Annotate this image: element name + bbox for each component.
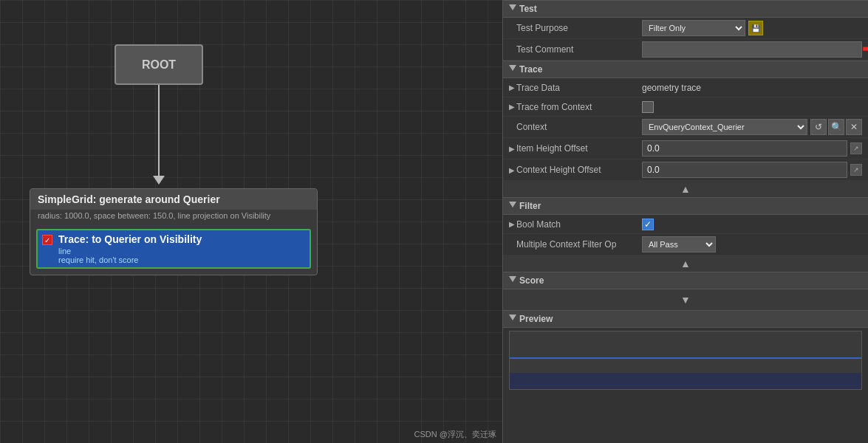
center-down-arrow: ▲	[503, 255, 868, 272]
connector-arrow	[153, 176, 165, 185]
score-section-triangle	[509, 276, 516, 286]
context-height-offset-label: Context Height Offset	[516, 165, 642, 175]
context-value: EnvQueryContext_Querier ↺ 🔍 ✕	[642, 119, 862, 135]
context-search-btn[interactable]: 🔍	[828, 119, 844, 135]
test-comment-input[interactable]	[642, 41, 862, 58]
trace-item-checkbox[interactable]	[42, 235, 52, 245]
red-arrow-annotation: ➡	[862, 39, 868, 58]
item-height-offset-row: ▶ Item Height Offset ↗	[503, 138, 868, 159]
filter-section-triangle	[509, 202, 516, 211]
trace-data-label: Trace Data	[516, 83, 642, 93]
save-icon[interactable]: 💾	[748, 21, 763, 35]
trace-from-context-expand: ▶	[509, 103, 516, 111]
test-purpose-row: Test Purpose Filter Only Score Only Filt…	[503, 18, 868, 39]
context-height-offset-value: ↗	[642, 162, 862, 178]
item-height-offset-label: Item Height Offset	[516, 143, 642, 154]
preview-blue-line	[510, 357, 861, 359]
context-label: Context	[516, 122, 642, 132]
multiple-context-filter-op-label: Multiple Context Filter Op	[516, 239, 642, 250]
watermark: CSDN @浮沉、奕迁琢	[414, 429, 496, 440]
trace-data-value: geometry trace	[642, 83, 862, 93]
test-purpose-select[interactable]: Filter Only Score Only Filter and Score	[642, 20, 745, 36]
context-select-row: EnvQueryContext_Querier ↺ 🔍 ✕	[642, 119, 862, 135]
context-height-offset-expand-btn[interactable]: ↗	[850, 164, 862, 176]
context-clear-btn[interactable]: ✕	[846, 119, 862, 135]
grid-node[interactable]: SimpleGrid: generate around Querier radi…	[30, 188, 318, 275]
score-section-label: Score	[519, 275, 544, 286]
trace-from-context-label: Trace from Context	[516, 102, 642, 112]
filter-section-header: Filter	[503, 197, 868, 215]
context-height-offset-row: ▶ Context Height Offset ↗	[503, 159, 868, 181]
test-purpose-label: Test Purpose	[516, 23, 642, 33]
preview-section-header: Preview	[503, 310, 868, 328]
multiple-context-filter-op-row: Multiple Context Filter Op All Pass Any …	[503, 234, 868, 255]
item-height-offset-value: ↗	[642, 140, 862, 157]
preview-section-triangle	[509, 315, 516, 324]
context-reset-btn[interactable]: ↺	[810, 119, 827, 135]
properties-panel: Test Test Purpose Filter Only Score Only…	[502, 0, 868, 443]
preview-dark-bar	[510, 373, 861, 389]
bool-match-checkbox[interactable]: ✓	[642, 219, 654, 230]
trace-item-line: line	[58, 247, 304, 255]
root-node[interactable]: ROOT	[115, 44, 203, 85]
trace-item-title: Trace: to Querier on Visibility	[58, 233, 304, 245]
trace-section-triangle	[509, 65, 516, 75]
filter-section-label: Filter	[519, 201, 541, 211]
bool-match-row: ▶ Bool Match ✓	[503, 215, 868, 234]
test-comment-value	[642, 41, 862, 58]
bool-match-expand: ▶	[509, 220, 516, 228]
trace-item-detail: require hit, don't score	[58, 255, 304, 264]
context-height-offset-input[interactable]	[642, 162, 847, 178]
center-up-arrow-icon: ▲	[680, 183, 691, 195]
trace-data-expand: ▶	[509, 83, 516, 92]
grid-node-header: SimpleGrid: generate around Querier	[30, 189, 317, 210]
test-comment-row: Test Comment ➡	[503, 39, 868, 61]
preview-section-label: Preview	[519, 314, 553, 324]
trace-item[interactable]: Trace: to Querier on Visibility line req…	[36, 229, 311, 269]
bool-match-value: ✓	[642, 219, 862, 230]
test-comment-label: Test Comment	[516, 44, 642, 55]
context-row-icons: ↺ 🔍 ✕	[810, 119, 862, 135]
bool-match-label: Bool Match	[516, 219, 642, 230]
trace-from-context-row: ▶ Trace from Context	[503, 97, 868, 117]
trace-from-context-value	[642, 101, 862, 113]
score-down-arrow-icon: ▼	[680, 294, 691, 306]
connector-line	[158, 85, 160, 181]
context-height-offset-expand: ▶	[509, 166, 516, 174]
root-label: ROOT	[142, 58, 176, 72]
center-up-arrow: ▲	[503, 181, 868, 197]
multiple-context-filter-op-value: All Pass Any Pass	[642, 236, 862, 253]
context-row: Context EnvQueryContext_Querier ↺ 🔍 ✕	[503, 117, 868, 138]
preview-content	[509, 331, 862, 390]
trace-data-text: geometry trace	[642, 83, 701, 93]
context-select[interactable]: EnvQueryContext_Querier	[642, 119, 807, 135]
test-section-header: Test	[503, 0, 868, 18]
graph-editor: ROOT SimpleGrid: generate around Querier…	[0, 0, 502, 443]
multiple-context-filter-op-select[interactable]: All Pass Any Pass	[642, 236, 716, 253]
test-section-label: Test	[519, 4, 537, 14]
trace-data-row: ▶ Trace Data geometry trace	[503, 78, 868, 97]
item-height-offset-expand-btn[interactable]: ↗	[850, 142, 862, 154]
item-height-offset-input[interactable]	[642, 140, 847, 157]
test-section-triangle	[509, 4, 516, 14]
center-down-arrow-icon: ▲	[680, 258, 691, 269]
trace-section-header: Trace	[503, 61, 868, 78]
test-purpose-value: Filter Only Score Only Filter and Score …	[642, 20, 862, 36]
score-section-header: Score	[503, 272, 868, 289]
trace-section-label: Trace	[519, 64, 542, 75]
bool-match-checkmark: ✓	[644, 219, 652, 230]
score-down-arrow: ▼	[503, 289, 868, 310]
trace-from-context-checkbox[interactable]	[642, 101, 654, 113]
grid-node-subtext: radius: 1000.0, space between: 150.0, li…	[30, 210, 317, 224]
item-height-offset-expand: ▶	[509, 145, 516, 153]
